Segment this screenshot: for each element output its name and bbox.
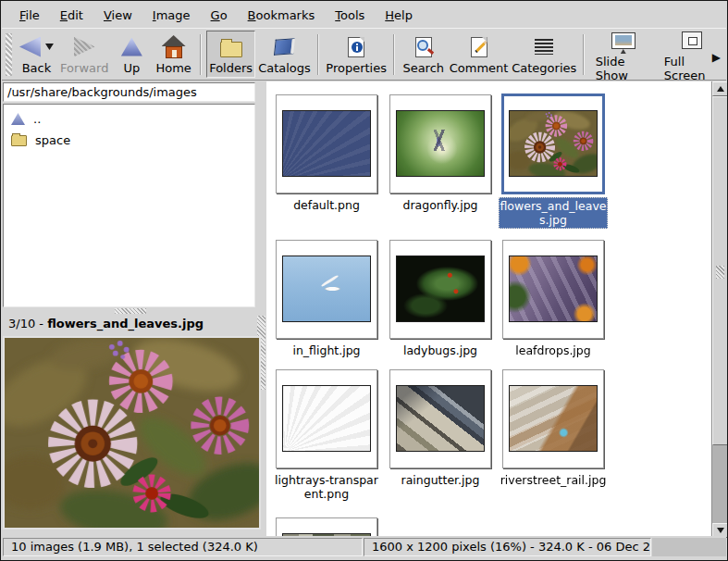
categories-button[interactable]: Categories [511,31,578,78]
up-icon [121,38,142,56]
toolbar: Back Forward Up Home Folders Catalogs Pr… [2,28,726,81]
status-images-summary: 10 images (1.9 MB), 1 selected (324.0 K) [3,538,363,556]
menu-image[interactable]: Image [142,5,201,26]
fullscreen-icon [682,31,702,49]
thumbnail-default[interactable]: default.png [276,94,377,193]
scroll-up-arrow-icon [717,86,724,92]
toolbar-overflow-arrow-icon[interactable]: ▶ [712,51,721,64]
folder-item-parent[interactable]: .. [4,108,254,130]
selected-filename: flowers_and_leaves.jpg [47,317,204,330]
toolbar-separator [393,34,395,75]
thumbnail-grid: default.png dragonfly.jpg flowers_and_le… [266,81,711,538]
toolbar-separator [583,34,585,75]
thumbnail-lightrays[interactable]: lightrays-transparent.png [276,369,377,468]
catalogs-button[interactable]: Catalogs [255,31,313,78]
menu-view[interactable]: View [93,5,142,26]
back-history-dropdown-icon[interactable] [45,44,54,50]
back-button[interactable]: Back [16,31,57,78]
location-path-input[interactable] [3,82,255,102]
home-icon [162,35,186,58]
comment-button[interactable]: Comment [448,31,511,78]
toolbar-separator [317,34,319,75]
folders-toggle-button[interactable]: Folders [206,31,256,78]
menu-tools[interactable]: Tools [325,5,375,26]
vertical-scrollbar[interactable] [711,81,727,538]
search-icon [415,37,432,57]
toolbar-separator [200,34,202,75]
thumbnail-in-flight[interactable]: in_flight.jpg [276,240,377,339]
up-button[interactable]: Up [111,31,152,78]
toolbar-drag-handle[interactable] [6,33,12,76]
slideshow-button[interactable]: Slide Show [589,24,658,85]
scroll-up-button[interactable] [712,81,728,96]
status-spare-area [652,538,726,556]
comment-pencil-icon [471,37,487,57]
menu-bookmarks[interactable]: Bookmarks [238,5,326,26]
thumbnail-riverstreet-rail[interactable]: riverstreet_rail.jpg [502,369,604,468]
status-bar: 10 images (1.9 MB), 1 selected (324.0 K)… [2,536,726,559]
selection-info: 3/10 - flowers_and_leaves.jpg [8,314,249,334]
folder-icon [11,135,27,146]
menu-help[interactable]: Help [375,5,423,26]
info-document-icon [348,37,364,57]
back-icon [19,37,41,57]
gthumb-window: File Edit View Image Go Bookmarks Tools … [0,0,728,561]
properties-button[interactable]: Properties [324,31,389,78]
folder-item-space[interactable]: space [4,130,254,151]
folder-list: .. space [3,104,255,307]
thumbnail-leafdrops[interactable]: leafdrops.jpg [502,240,604,339]
thumbnail-dragonfly[interactable]: dragonfly.jpg [389,94,491,193]
forward-icon [74,37,95,57]
thumbnail-ladybugs[interactable]: ladybugs.jpg [389,240,491,339]
menu-edit[interactable]: Edit [50,5,93,26]
status-image-details: 1600 x 1200 pixels (16%) - 324.0 K - 06 … [364,538,651,556]
up-directory-icon [11,113,25,125]
forward-button[interactable]: Forward [57,31,111,78]
home-button[interactable]: Home [152,31,195,78]
book-icon [274,38,295,55]
scrollbar-thumb[interactable] [712,96,728,445]
thumbnail-flowers-and-leaves[interactable]: flowers_and_leaves.jpg [502,94,604,193]
image-preview [3,336,261,530]
thumbnail-partial[interactable] [276,517,377,538]
folder-icon [220,42,242,57]
menu-file[interactable]: File [9,5,50,26]
thumbnail-raingutter[interactable]: raingutter.jpg [389,369,491,468]
menu-go[interactable]: Go [201,5,238,26]
search-button[interactable]: Search [400,31,448,78]
categories-list-icon [535,39,553,55]
projector-screen-icon [611,32,635,49]
scroll-down-arrow-icon [717,528,724,533]
